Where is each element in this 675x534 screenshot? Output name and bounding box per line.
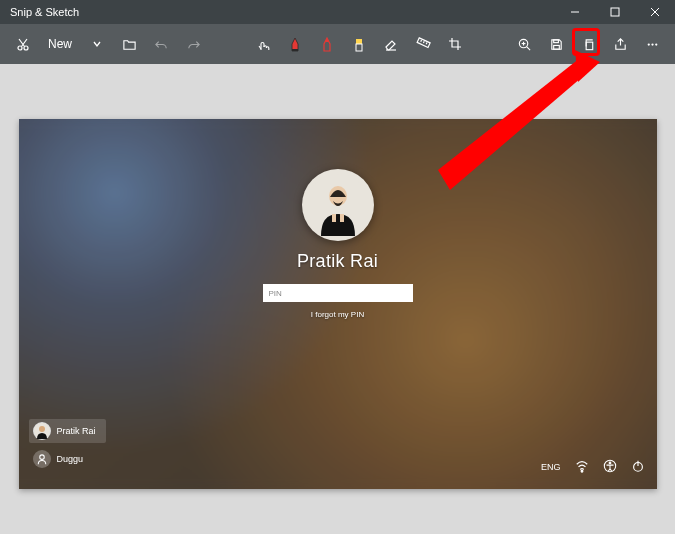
open-file-button[interactable]	[114, 29, 144, 59]
snip-mode-button[interactable]	[8, 29, 38, 59]
user-list-item-selected[interactable]: Pratik Rai	[29, 419, 106, 443]
user-name: Pratik Rai	[57, 426, 96, 436]
power-icon[interactable]	[631, 459, 645, 475]
svg-rect-6	[292, 49, 298, 51]
svg-rect-7	[356, 39, 362, 44]
share-button[interactable]	[605, 29, 635, 59]
ballpoint-pen-button[interactable]	[280, 29, 310, 59]
svg-line-11	[420, 40, 421, 42]
svg-rect-1	[611, 8, 619, 16]
svg-point-23	[655, 43, 657, 45]
svg-marker-37	[438, 58, 588, 190]
undo-button[interactable]	[146, 29, 176, 59]
language-indicator[interactable]: ENG	[541, 462, 561, 472]
pin-placeholder: PIN	[269, 289, 282, 298]
svg-point-27	[340, 195, 342, 197]
eraser-button[interactable]	[376, 29, 406, 59]
app-title: Snip & Sketch	[10, 6, 79, 18]
new-snip-dropdown[interactable]	[82, 29, 112, 59]
svg-line-13	[426, 43, 427, 45]
maximize-button[interactable]	[595, 0, 635, 24]
svg-rect-18	[553, 39, 558, 42]
highlighter-button[interactable]	[344, 29, 374, 59]
user-avatar	[302, 169, 374, 241]
close-button[interactable]	[635, 0, 675, 24]
svg-point-21	[647, 43, 649, 45]
minimize-button[interactable]	[555, 0, 595, 24]
svg-point-5	[24, 46, 28, 50]
lockscreen-bottom-right: ENG	[541, 459, 645, 475]
svg-point-22	[651, 43, 653, 45]
svg-rect-8	[356, 44, 362, 51]
user-list: Pratik Rai Duggu	[29, 419, 106, 471]
svg-point-4	[18, 46, 22, 50]
touch-writing-button[interactable]	[248, 29, 278, 59]
svg-point-26	[333, 195, 335, 197]
redo-button[interactable]	[178, 29, 208, 59]
forgot-pin-link[interactable]: I forgot my PIN	[311, 310, 364, 319]
user-name: Duggu	[57, 454, 84, 464]
avatar-icon	[33, 450, 51, 468]
username-label: Pratik Rai	[297, 251, 378, 272]
new-snip-button[interactable]: New	[40, 29, 80, 59]
svg-point-33	[609, 462, 611, 464]
more-button[interactable]	[637, 29, 667, 59]
lockscreen-center: Pratik Rai PIN I forgot my PIN	[263, 169, 413, 319]
svg-line-12	[423, 41, 424, 43]
pencil-button[interactable]	[312, 29, 342, 59]
network-icon[interactable]	[575, 459, 589, 475]
svg-point-31	[581, 470, 583, 472]
new-label: New	[48, 37, 72, 51]
accessibility-icon[interactable]	[603, 459, 617, 475]
user-list-item[interactable]: Duggu	[29, 447, 106, 471]
pin-input[interactable]: PIN	[263, 284, 413, 302]
svg-point-29	[39, 426, 45, 432]
svg-point-30	[39, 455, 44, 460]
titlebar: Snip & Sketch	[0, 0, 675, 24]
annotation-arrow	[430, 50, 600, 210]
avatar-icon	[33, 422, 51, 440]
